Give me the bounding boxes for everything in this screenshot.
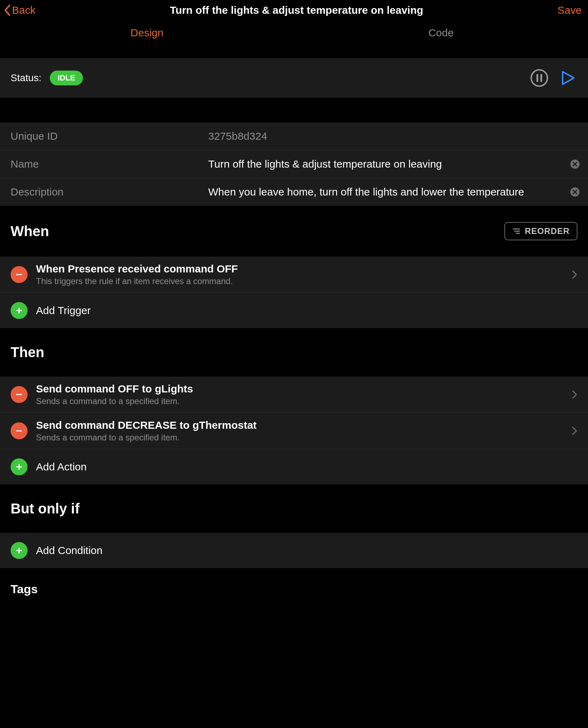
description-input[interactable]: When you leave home, turn off the lights… [208,186,577,198]
spacer [0,48,588,58]
tags-title: Tags [11,582,577,596]
remove-action-button[interactable] [11,422,28,439]
remove-trigger-button[interactable] [11,266,28,283]
reorder-icon [512,228,521,235]
add-trigger-label: Add Trigger [36,305,577,317]
close-icon [572,162,577,167]
status-badge: IDLE [50,71,83,85]
tab-code[interactable]: Code [294,20,588,47]
action-title: Send command DECREASE to gThermostat [36,419,563,431]
svg-rect-1 [536,74,538,82]
add-action-button[interactable] [11,458,28,475]
status-label: Status: [11,72,41,84]
name-input[interactable]: Turn off the lights & adjust temperature… [208,158,577,170]
name-row: Name Turn off the lights & adjust temper… [0,150,588,178]
triggers-list: When Presence received command OFF This … [0,257,588,328]
page-title: Turn off the lights & adjust temperature… [170,4,423,16]
add-condition-label: Add Condition [36,545,577,556]
svg-point-0 [531,70,547,86]
plus-icon [15,463,23,471]
chevron-right-icon [572,426,577,435]
then-title: Then [11,344,44,360]
remove-action-button[interactable] [11,386,28,403]
conditions-list: Add Condition [0,533,588,568]
action-row[interactable]: Send command OFF to gLights Sends a comm… [0,377,588,413]
action-body: Send command OFF to gLights Sends a comm… [36,383,563,406]
actions-list: Send command OFF to gLights Sends a comm… [0,377,588,485]
pause-button[interactable] [529,68,549,88]
minus-icon [15,427,23,435]
description-row: Description When you leave home, turn of… [0,178,588,206]
minus-icon [15,271,23,278]
tab-bar: Design Code [0,20,588,48]
back-label: Back [12,4,36,16]
navbar: Back Turn off the lights & adjust temper… [0,0,588,20]
then-header: Then [0,328,588,377]
clear-name-button[interactable] [570,160,580,169]
reorder-label: REORDER [525,226,570,236]
play-icon [559,70,576,86]
action-sub: Sends a command to a specified item. [36,396,563,406]
name-label: Name [11,158,208,170]
action-body: Send command DECREASE to gThermostat Sen… [36,419,563,443]
trigger-title: When Presence received command OFF [36,263,563,275]
reorder-button[interactable]: REORDER [504,222,577,240]
chevron-left-icon [4,4,11,16]
but-only-if-title: But only if [11,501,80,517]
chevron-right-icon [572,270,577,279]
add-condition-row[interactable]: Add Condition [0,533,588,568]
run-button[interactable] [558,68,577,88]
action-row[interactable]: Send command DECREASE to gThermostat Sen… [0,413,588,449]
action-title: Send command OFF to gLights [36,383,563,395]
status-row: Status: IDLE [0,58,588,98]
plus-icon [15,547,23,554]
when-header: When REORDER [0,206,588,257]
add-action-row[interactable]: Add Action [0,449,588,485]
details-section: Unique ID 3275b8d324 Name Turn off the l… [0,122,588,206]
chevron-right-icon [572,390,577,399]
tab-design[interactable]: Design [0,20,294,47]
trigger-row[interactable]: When Presence received command OFF This … [0,257,588,293]
back-button[interactable]: Back [4,4,36,16]
when-title: When [11,223,49,239]
add-condition-button[interactable] [11,542,28,559]
add-trigger-button[interactable] [11,302,28,319]
minus-icon [15,391,23,398]
svg-marker-3 [563,72,574,84]
trigger-sub: This triggers the rule if an item receiv… [36,276,563,286]
unique-id-label: Unique ID [11,130,208,142]
clear-description-button[interactable] [570,187,580,197]
save-button[interactable]: Save [558,4,582,16]
action-sub: Sends a command to a specified item. [36,433,563,443]
unique-id-value: 3275b8d324 [208,130,577,142]
description-label: Description [11,186,208,198]
pause-icon [530,69,548,87]
but-only-if-header: But only if [0,485,588,533]
add-action-label: Add Action [36,461,577,473]
trigger-body: When Presence received command OFF This … [36,263,563,286]
svg-rect-2 [540,74,542,82]
unique-id-row: Unique ID 3275b8d324 [0,122,588,150]
plus-icon [15,307,23,314]
add-trigger-row[interactable]: Add Trigger [0,293,588,328]
spacer [0,98,588,122]
close-icon [572,189,577,194]
tags-header: Tags [0,568,588,603]
